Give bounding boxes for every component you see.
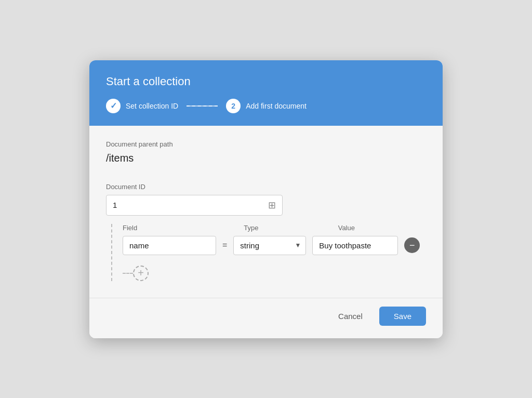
remove-field-button[interactable]: −	[404, 237, 420, 253]
add-field-area: +	[123, 266, 426, 281]
minus-icon: −	[409, 240, 415, 251]
checkmark-icon: ✓	[110, 101, 117, 111]
field-name-input[interactable]	[123, 236, 216, 255]
field-value-input[interactable]	[312, 236, 398, 255]
document-id-label: Document ID	[106, 183, 426, 191]
step-2-number: 2	[231, 102, 235, 110]
parent-path-label: Document parent path	[106, 140, 426, 148]
dialog: Start a collection ✓ Set collection ID 2…	[89, 60, 443, 338]
fields-area: Field Type Value = string number boolean…	[106, 224, 426, 281]
step-1: ✓ Set collection ID	[106, 99, 178, 113]
type-select-wrapper: string number boolean map array null tim…	[233, 236, 306, 255]
type-select[interactable]: string number boolean map array null tim…	[233, 236, 306, 255]
parent-path-value: /items	[106, 152, 426, 164]
field-header-field: Field	[123, 224, 216, 232]
save-button[interactable]: Save	[379, 307, 426, 326]
step-2: 2 Add first document	[226, 99, 307, 113]
step-2-circle: 2	[226, 99, 241, 113]
field-header-type: Type	[244, 224, 321, 232]
document-id-wrapper: ⊞	[106, 195, 283, 216]
step-1-label: Set collection ID	[126, 102, 178, 110]
stepper: ✓ Set collection ID 2 Add first document	[106, 99, 426, 113]
dashed-vertical-line	[111, 224, 112, 281]
dashed-horizontal-line	[123, 273, 133, 274]
step-1-circle: ✓	[106, 99, 121, 113]
dialog-title: Start a collection	[106, 75, 426, 88]
dialog-footer: Cancel Save	[89, 298, 443, 338]
document-id-icon: ⊞	[268, 200, 276, 211]
equals-sign: =	[222, 241, 227, 250]
step-connector	[187, 105, 218, 107]
plus-icon: +	[138, 267, 144, 279]
document-id-input[interactable]	[113, 201, 268, 209]
field-headers: Field Type Value	[123, 224, 426, 232]
field-row: = string number boolean map array null t…	[123, 236, 426, 255]
step-2-label: Add first document	[246, 102, 307, 110]
dialog-body: Document parent path /items Document ID …	[89, 126, 443, 298]
add-field-button[interactable]: +	[133, 266, 149, 281]
field-header-value: Value	[338, 224, 426, 232]
cancel-button[interactable]: Cancel	[328, 307, 373, 326]
dialog-header: Start a collection ✓ Set collection ID 2…	[89, 60, 443, 126]
